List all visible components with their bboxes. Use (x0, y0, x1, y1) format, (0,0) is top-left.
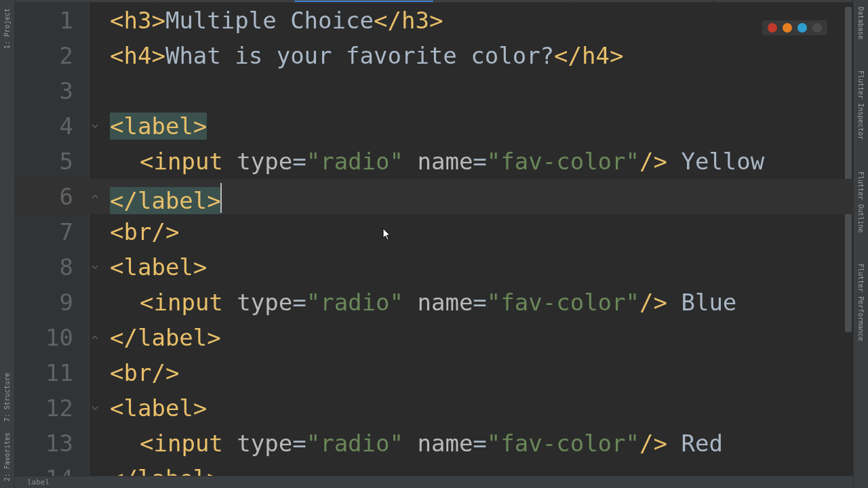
fold-expand-icon[interactable] (90, 320, 100, 355)
database-tool[interactable]: Database (857, 3, 865, 43)
flutter-perf[interactable]: Flutter Performance (857, 260, 865, 345)
line-number[interactable]: 2 (15, 38, 90, 73)
code-text[interactable]: <label> (110, 108, 844, 144)
fold-collapse-icon[interactable] (90, 108, 100, 144)
right-toolwindow-bar: Database Flutter Inspector Flutter Outli… (853, 0, 868, 488)
code-line-8[interactable]: 8<label> (15, 249, 853, 285)
line-number[interactable]: 11 (15, 355, 90, 390)
code-line-6[interactable]: 6</label> (15, 179, 853, 214)
line-number[interactable]: 8 (15, 249, 90, 285)
code-line-13[interactable]: 13<input type="radio" name="fav-color"/>… (15, 426, 853, 461)
code-text[interactable]: <input type="radio" name="fav-color"/> R… (110, 426, 844, 461)
fold-collapse-icon[interactable] (90, 249, 100, 285)
code-text[interactable]: </label> (110, 179, 844, 214)
line-number[interactable]: 1 (15, 3, 90, 38)
code-line-10[interactable]: 10</label> (15, 320, 853, 355)
line-number[interactable]: 13 (15, 426, 90, 461)
flutter-outline[interactable]: Flutter Outline (857, 167, 865, 237)
safari-icon[interactable] (797, 23, 807, 33)
line-number[interactable]: 10 (15, 320, 90, 355)
firefox-icon[interactable] (783, 23, 792, 33)
code-line-4[interactable]: 4<label> (15, 108, 853, 144)
code-line-3[interactable]: 3 (15, 73, 853, 108)
line-number[interactable]: 3 (15, 73, 90, 108)
open-in-browser-bar (762, 20, 827, 35)
code-text[interactable]: <h3>Multiple Choice</h3> (110, 3, 844, 38)
code-text[interactable]: <input type="radio" name="fav-color"/> Y… (110, 144, 844, 179)
code-line-12[interactable]: 12<label> (15, 390, 853, 426)
fold-collapse-icon[interactable] (90, 390, 100, 426)
left-toolwindow-bar: 1: Project 7: Structure 2: Favorites (0, 0, 15, 488)
code-line-2[interactable]: 2<h4>What is your favorite color?</h4> (15, 38, 853, 73)
line-number[interactable]: 14 (15, 461, 90, 476)
code-line-11[interactable]: 11<br/> (15, 355, 853, 390)
fold-expand-icon[interactable] (90, 461, 100, 476)
chrome-icon[interactable] (768, 23, 777, 33)
line-number[interactable]: 9 (15, 285, 90, 320)
code-text[interactable]: <label> (110, 390, 844, 426)
opera-icon[interactable] (812, 23, 822, 33)
text-caret (220, 183, 222, 213)
line-number[interactable]: 7 (15, 214, 90, 249)
project-tool[interactable]: 1: Project (3, 4, 11, 53)
line-number[interactable]: 6 (15, 179, 90, 214)
flutter-inspector[interactable]: Flutter Inspector (857, 66, 865, 144)
favorites-tool[interactable]: 2: Favorites (3, 428, 11, 485)
fold-expand-icon[interactable] (90, 179, 100, 214)
code-text[interactable]: </label> (110, 320, 844, 355)
line-number[interactable]: 4 (15, 108, 90, 144)
structure-tool[interactable]: 7: Structure (3, 369, 11, 426)
code-line-5[interactable]: 5<input type="radio" name="fav-color"/> … (15, 144, 853, 179)
code-editor[interactable]: 1<h3>Multiple Choice</h3>2<h4>What is yo… (15, 3, 853, 476)
code-text[interactable]: <br/> (110, 355, 844, 390)
code-text[interactable]: <h4>What is your favorite color?</h4> (110, 38, 844, 73)
code-line-14[interactable]: 14</label> (15, 461, 853, 476)
code-line-9[interactable]: 9<input type="radio" name="fav-color"/> … (15, 285, 853, 320)
code-text[interactable]: </label> (110, 461, 844, 476)
line-number[interactable]: 12 (15, 390, 90, 426)
breadcrumb[interactable]: label (15, 476, 853, 488)
line-number[interactable]: 5 (15, 144, 90, 179)
code-text[interactable]: <label> (110, 249, 844, 285)
code-line-7[interactable]: 7<br/> (15, 214, 853, 249)
code-text[interactable] (110, 73, 844, 108)
code-text[interactable]: <input type="radio" name="fav-color"/> B… (110, 285, 844, 320)
code-line-1[interactable]: 1<h3>Multiple Choice</h3> (15, 3, 853, 38)
code-text[interactable]: <br/> (110, 214, 844, 249)
